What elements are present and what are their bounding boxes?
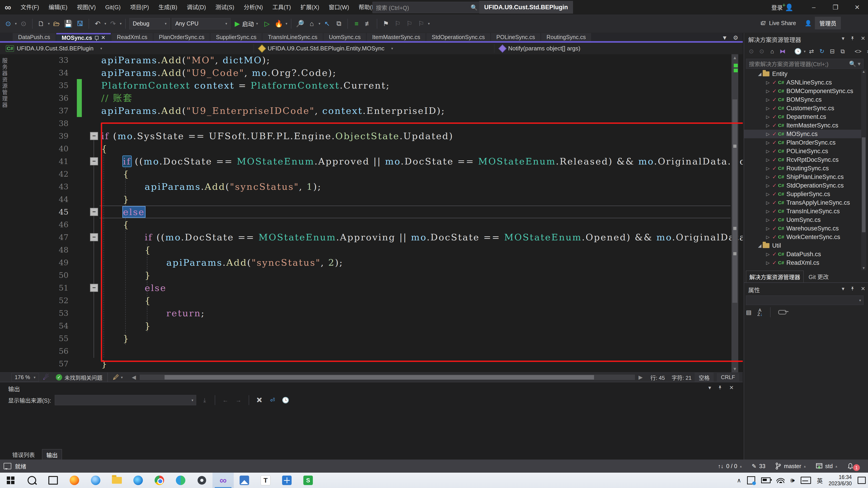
eol-indicator[interactable]: CRLF bbox=[717, 373, 739, 381]
tree-folder-util[interactable]: ◢Util bbox=[744, 241, 865, 250]
new-project-dropdown[interactable]: ▾ bbox=[48, 22, 50, 26]
tree-item-mosync-cs[interactable]: ▷✓C#MOSync.cs bbox=[744, 130, 865, 138]
categorized-view-icon[interactable]: ▤ bbox=[746, 309, 752, 316]
open-file-button[interactable]: 🗁 bbox=[52, 18, 61, 30]
tree-scrollbar[interactable]: ▲ ▼ bbox=[861, 70, 866, 270]
solution-explorer-search-box[interactable]: 搜索解决方案资源管理器(Ctrl+;) 🔍 ▾ bbox=[746, 59, 864, 69]
timestamp-icon[interactable]: 🕓 bbox=[281, 397, 290, 404]
tree-item-workcentersync-cs[interactable]: ▷✓C#WorkCenterSync.cs bbox=[744, 233, 865, 241]
menu-item-7[interactable]: 测试(S) bbox=[211, 0, 239, 14]
properties-object-dropdown[interactable]: ▾ bbox=[746, 295, 864, 305]
gear-icon[interactable]: ⚙ bbox=[733, 34, 738, 41]
taskbar-wps-button[interactable]: S bbox=[298, 473, 319, 488]
navigate-forward-button[interactable]: ⊙ bbox=[19, 18, 29, 30]
se-properties-button[interactable]: ⧉ bbox=[838, 48, 847, 55]
tree-item-stdoperationsync-cs[interactable]: ▷✓C#StdOperationSync.cs bbox=[744, 181, 865, 190]
quick-search-box[interactable]: 搜索 (Ctrl+Q) 🔍 bbox=[373, 2, 481, 13]
hot-reload-button[interactable]: 🔥 bbox=[274, 18, 284, 30]
expander-icon[interactable]: ▷ bbox=[765, 149, 771, 154]
action-center-icon[interactable] bbox=[858, 477, 866, 484]
uncomment-lines-button[interactable]: ≢ bbox=[363, 18, 373, 30]
fold-collapse-box[interactable]: − bbox=[90, 284, 98, 292]
new-project-button[interactable]: 🗋 bbox=[36, 18, 46, 30]
git-repo-status[interactable]: std▴ bbox=[816, 463, 837, 469]
tree-item-transinlinesync-cs[interactable]: ▷✓C#TransInLineSync.cs bbox=[744, 207, 865, 216]
next-message-icon[interactable]: → bbox=[234, 397, 243, 404]
tree-item-asnlinesync-cs[interactable]: ▷✓C#ASNLineSync.cs bbox=[744, 78, 865, 87]
menu-item-10[interactable]: 扩展(X) bbox=[296, 0, 324, 14]
spaces-indicator[interactable]: 空格 bbox=[694, 372, 714, 382]
speaker-icon[interactable]: 🕪 bbox=[790, 477, 795, 484]
previous-message-icon[interactable]: ← bbox=[221, 397, 230, 404]
menu-item-5[interactable]: 生成(B) bbox=[154, 0, 182, 14]
tree-item-uomsync-cs[interactable]: ▷✓C#UomSync.cs bbox=[744, 216, 865, 224]
se-view-code-button[interactable]: <> bbox=[854, 48, 863, 55]
tree-item-transapplylinesync-cs[interactable]: ▷✓C#TransApplyLineSync.cs bbox=[744, 198, 865, 207]
menu-item-8[interactable]: 分析(N) bbox=[239, 0, 268, 14]
scroll-up-arrow[interactable]: ▲ bbox=[732, 54, 738, 61]
hot-reload-dropdown[interactable]: ▾ bbox=[285, 22, 287, 26]
tab-suppliersync-cs[interactable]: SupplierSync.cs bbox=[211, 33, 262, 41]
taskbar-360-browser-button[interactable] bbox=[170, 473, 191, 488]
solution-configuration-dropdown[interactable]: Debug▾ bbox=[129, 18, 170, 29]
close-icon[interactable]: ✕ bbox=[861, 35, 865, 41]
live-share-button[interactable]: Live Share bbox=[769, 20, 796, 26]
comment-lines-button[interactable]: ≡ bbox=[351, 18, 362, 30]
dock-tab-1[interactable]: Git 更改 bbox=[805, 271, 832, 283]
pin-icon[interactable]: 🖈 bbox=[850, 35, 855, 41]
taskbar-chrome-button[interactable] bbox=[149, 473, 170, 488]
sync-dropdown[interactable]: ▾ bbox=[318, 22, 320, 26]
expander-icon[interactable]: ▷ bbox=[765, 140, 771, 145]
expander-icon[interactable]: ▷ bbox=[765, 97, 771, 102]
feedback-bubble-icon[interactable] bbox=[4, 463, 11, 469]
code-cleanup-broom-icon[interactable]: 🖉 bbox=[113, 374, 119, 381]
fold-collapse-box[interactable]: − bbox=[90, 233, 98, 241]
solution-platform-dropdown[interactable]: Any CPU▾ bbox=[172, 18, 230, 29]
fold-collapse-box[interactable]: − bbox=[90, 132, 98, 140]
tree-item-itemmastersync-cs[interactable]: ▷✓C#ItemMasterSync.cs bbox=[744, 121, 865, 130]
wifi-icon[interactable] bbox=[776, 478, 784, 483]
property-pages-key-icon[interactable] bbox=[778, 310, 786, 315]
tree-item-bomsync-cs[interactable]: ▷✓C#BOMSync.cs bbox=[744, 95, 865, 104]
scroll-down-arrow[interactable]: ▼ bbox=[861, 266, 866, 270]
taskbar-qq-browser-button[interactable] bbox=[85, 473, 106, 488]
menu-item-0[interactable]: 文件(F) bbox=[16, 0, 44, 14]
close-icon[interactable]: ✕ bbox=[101, 35, 105, 41]
panel-tab-1[interactable]: 输出 bbox=[42, 449, 62, 460]
expander-icon[interactable]: ▷ bbox=[765, 114, 771, 120]
find-in-files-button[interactable]: 🔎 bbox=[295, 18, 305, 30]
pin-icon[interactable]: 🖈 bbox=[850, 286, 855, 292]
expander-icon[interactable]: ▷ bbox=[765, 191, 771, 197]
expander-icon[interactable]: ▷ bbox=[765, 157, 771, 162]
tree-item-suppliersync-cs[interactable]: ▷✓C#SupplierSync.cs bbox=[744, 190, 865, 198]
tab-polinesync-cs[interactable]: POLineSync.cs bbox=[491, 33, 540, 41]
window-position-dropdown[interactable]: ▾ bbox=[842, 35, 844, 41]
clear-all-icon[interactable]: 🗙 bbox=[254, 397, 264, 404]
git-branch-status[interactable]: master▴ bbox=[775, 463, 806, 469]
se-overflow-button[interactable]: » bbox=[864, 48, 868, 55]
expander-icon[interactable]: ▷ bbox=[765, 131, 771, 137]
touch-keyboard-icon[interactable] bbox=[801, 477, 811, 484]
se-sync-with-active-document-button[interactable]: ⇄ bbox=[807, 48, 816, 55]
se-back-button[interactable]: ⊙ bbox=[747, 48, 756, 55]
tree-item-datapush-cs[interactable]: ▷✓C#DataPush.cs bbox=[744, 250, 865, 258]
restore-button[interactable]: ❐ bbox=[825, 0, 846, 14]
code-editor[interactable]: 服务器资源管理器 33apiParams.Add("MO", dictMO);3… bbox=[0, 54, 743, 372]
editor-horizontal-scrollbar[interactable] bbox=[140, 375, 635, 380]
tab-stdoperationsync-cs[interactable]: StdOperationSync.cs bbox=[426, 33, 490, 41]
redo-button[interactable]: ↷ bbox=[108, 18, 118, 30]
save-button[interactable]: 💾 bbox=[63, 18, 73, 30]
scroll-right-arrow[interactable]: ▶ bbox=[639, 374, 643, 381]
bookmark-clear-button[interactable]: ⚐ bbox=[416, 18, 426, 30]
taskbar-dingtalk-button[interactable] bbox=[276, 473, 298, 488]
fold-collapse-box[interactable]: − bbox=[90, 157, 98, 165]
se-pending-changes-filter-button[interactable]: 🕓 bbox=[794, 48, 802, 55]
bookmark-next-button[interactable]: ⚐ bbox=[404, 18, 414, 30]
scroll-lock-icon[interactable]: ⤓ bbox=[200, 397, 209, 404]
health-status-text[interactable]: 未找到相关问题 bbox=[64, 373, 102, 381]
tree-item-rcvrptdocsync-cs[interactable]: ▷✓C#RcvRptDocSync.cs bbox=[744, 156, 865, 164]
dock-tab-0[interactable]: 解决方案资源管理器 bbox=[746, 271, 804, 283]
tab-mosync-cs[interactable]: MOSync.cs✕ bbox=[56, 33, 111, 41]
tree-item-routingsync-cs[interactable]: ▷✓C#RoutingSync.cs bbox=[744, 164, 865, 173]
se-filter-dropdown[interactable]: ▾ bbox=[804, 49, 806, 54]
